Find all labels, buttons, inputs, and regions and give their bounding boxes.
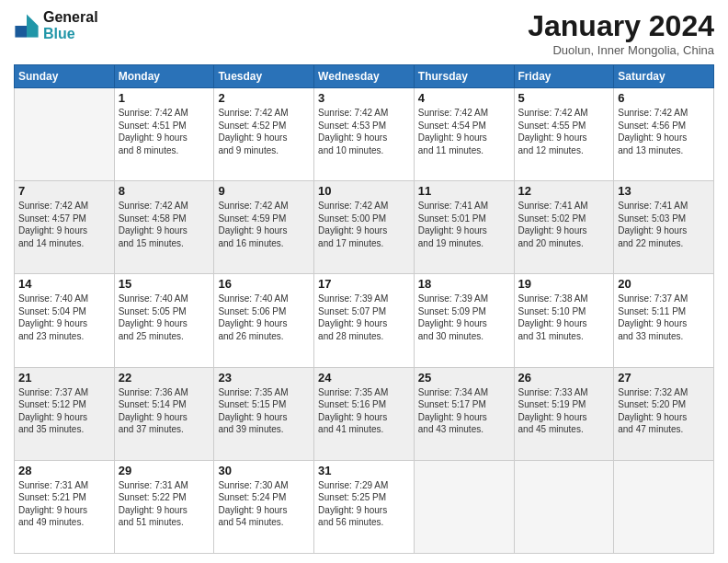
day-info: Sunrise: 7:33 AMSunset: 5:19 PMDaylight:… (518, 386, 610, 436)
month-title: January 2024 (528, 9, 714, 43)
calendar-cell: 14Sunrise: 7:40 AMSunset: 5:04 PMDayligh… (15, 274, 115, 367)
calendar-day-header: Sunday (15, 65, 115, 88)
svg-marker-1 (27, 26, 39, 38)
calendar-cell: 15Sunrise: 7:40 AMSunset: 5:05 PMDayligh… (114, 274, 214, 367)
calendar-cell: 26Sunrise: 7:33 AMSunset: 5:19 PMDayligh… (514, 367, 614, 460)
calendar-cell (514, 460, 614, 553)
day-number: 11 (418, 184, 510, 198)
calendar-cell: 22Sunrise: 7:36 AMSunset: 5:14 PMDayligh… (114, 367, 214, 460)
calendar-week-row: 7Sunrise: 7:42 AMSunset: 4:57 PMDaylight… (15, 181, 714, 274)
day-info: Sunrise: 7:30 AMSunset: 5:24 PMDaylight:… (218, 479, 310, 529)
day-info: Sunrise: 7:38 AMSunset: 5:10 PMDaylight:… (518, 293, 610, 342)
calendar-cell: 30Sunrise: 7:30 AMSunset: 5:24 PMDayligh… (214, 460, 314, 553)
day-info: Sunrise: 7:31 AMSunset: 5:22 PMDaylight:… (119, 479, 210, 529)
page: General Blue January 2024 Duolun, Inner … (0, 0, 728, 563)
day-number: 31 (318, 464, 410, 477)
calendar-cell: 21Sunrise: 7:37 AMSunset: 5:12 PMDayligh… (15, 367, 115, 460)
calendar-cell (414, 460, 514, 553)
day-info: Sunrise: 7:41 AMSunset: 5:02 PMDaylight:… (518, 200, 610, 249)
calendar-cell: 31Sunrise: 7:29 AMSunset: 5:25 PMDayligh… (314, 460, 415, 553)
calendar-table: SundayMondayTuesdayWednesdayThursdayFrid… (14, 64, 714, 554)
calendar-cell: 3Sunrise: 7:42 AMSunset: 4:53 PMDaylight… (314, 88, 415, 181)
day-info: Sunrise: 7:29 AMSunset: 5:25 PMDaylight:… (318, 479, 410, 529)
calendar-cell (614, 460, 714, 553)
day-number: 4 (418, 91, 510, 105)
day-info: Sunrise: 7:34 AMSunset: 5:17 PMDaylight:… (418, 386, 510, 436)
day-info: Sunrise: 7:42 AMSunset: 4:51 PMDaylight:… (119, 107, 210, 156)
calendar-cell: 13Sunrise: 7:41 AMSunset: 5:03 PMDayligh… (614, 181, 714, 274)
day-number: 10 (318, 184, 410, 198)
day-number: 9 (218, 184, 310, 198)
logo: General Blue (14, 9, 98, 42)
day-number: 12 (518, 184, 610, 198)
day-info: Sunrise: 7:41 AMSunset: 5:03 PMDaylight:… (618, 200, 710, 249)
day-number: 21 (18, 371, 110, 385)
day-info: Sunrise: 7:41 AMSunset: 5:01 PMDaylight:… (418, 200, 510, 249)
day-number: 19 (518, 277, 610, 291)
title-area: January 2024 Duolun, Inner Mongolia, Chi… (528, 9, 714, 57)
calendar-cell: 27Sunrise: 7:32 AMSunset: 5:20 PMDayligh… (614, 367, 714, 460)
calendar-cell: 16Sunrise: 7:40 AMSunset: 5:06 PMDayligh… (214, 274, 314, 367)
day-number: 20 (618, 277, 710, 291)
day-info: Sunrise: 7:31 AMSunset: 5:21 PMDaylight:… (18, 479, 110, 529)
calendar-cell: 9Sunrise: 7:42 AMSunset: 4:59 PMDaylight… (214, 181, 314, 274)
header: General Blue January 2024 Duolun, Inner … (14, 9, 714, 57)
calendar-cell: 12Sunrise: 7:41 AMSunset: 5:02 PMDayligh… (514, 181, 614, 274)
svg-marker-2 (15, 26, 27, 38)
day-number: 27 (618, 371, 710, 385)
day-number: 3 (318, 91, 410, 105)
calendar-cell: 8Sunrise: 7:42 AMSunset: 4:58 PMDaylight… (114, 181, 214, 274)
calendar-cell: 25Sunrise: 7:34 AMSunset: 5:17 PMDayligh… (414, 367, 514, 460)
day-number: 13 (618, 184, 710, 198)
day-info: Sunrise: 7:35 AMSunset: 5:15 PMDaylight:… (218, 386, 310, 436)
calendar-day-header: Wednesday (314, 65, 415, 88)
day-info: Sunrise: 7:37 AMSunset: 5:11 PMDaylight:… (618, 293, 710, 342)
calendar-day-header: Tuesday (214, 65, 314, 88)
day-number: 2 (218, 91, 310, 105)
calendar-week-row: 14Sunrise: 7:40 AMSunset: 5:04 PMDayligh… (15, 274, 714, 367)
day-info: Sunrise: 7:42 AMSunset: 4:58 PMDaylight:… (119, 200, 210, 249)
calendar-week-row: 28Sunrise: 7:31 AMSunset: 5:21 PMDayligh… (15, 460, 714, 553)
svg-marker-0 (27, 14, 39, 26)
calendar-week-row: 1Sunrise: 7:42 AMSunset: 4:51 PMDaylight… (15, 88, 714, 181)
day-info: Sunrise: 7:40 AMSunset: 5:05 PMDaylight:… (119, 293, 210, 342)
calendar-cell: 28Sunrise: 7:31 AMSunset: 5:21 PMDayligh… (15, 460, 115, 553)
day-info: Sunrise: 7:39 AMSunset: 5:07 PMDaylight:… (318, 293, 410, 342)
day-info: Sunrise: 7:40 AMSunset: 5:06 PMDaylight:… (218, 293, 310, 342)
day-number: 5 (518, 91, 610, 105)
day-info: Sunrise: 7:42 AMSunset: 4:56 PMDaylight:… (618, 107, 710, 156)
day-number: 25 (418, 371, 510, 385)
day-number: 6 (618, 91, 710, 105)
day-number: 28 (18, 464, 110, 477)
day-number: 8 (119, 184, 210, 198)
day-number: 7 (18, 184, 110, 198)
calendar-cell: 2Sunrise: 7:42 AMSunset: 4:52 PMDaylight… (214, 88, 314, 181)
calendar-cell: 20Sunrise: 7:37 AMSunset: 5:11 PMDayligh… (614, 274, 714, 367)
calendar-cell: 4Sunrise: 7:42 AMSunset: 4:54 PMDaylight… (414, 88, 514, 181)
calendar-day-header: Thursday (414, 65, 514, 88)
calendar-cell: 18Sunrise: 7:39 AMSunset: 5:09 PMDayligh… (414, 274, 514, 367)
calendar-week-row: 21Sunrise: 7:37 AMSunset: 5:12 PMDayligh… (15, 367, 714, 460)
day-number: 17 (318, 277, 410, 291)
day-number: 30 (218, 464, 310, 477)
calendar-cell: 19Sunrise: 7:38 AMSunset: 5:10 PMDayligh… (514, 274, 614, 367)
day-number: 26 (518, 371, 610, 385)
day-info: Sunrise: 7:42 AMSunset: 4:52 PMDaylight:… (218, 107, 310, 156)
day-info: Sunrise: 7:42 AMSunset: 4:53 PMDaylight:… (318, 107, 410, 156)
calendar-cell: 24Sunrise: 7:35 AMSunset: 5:16 PMDayligh… (314, 367, 415, 460)
calendar-cell (15, 88, 115, 181)
calendar-cell: 17Sunrise: 7:39 AMSunset: 5:07 PMDayligh… (314, 274, 415, 367)
calendar-cell: 10Sunrise: 7:42 AMSunset: 5:00 PMDayligh… (314, 181, 415, 274)
day-info: Sunrise: 7:42 AMSunset: 4:54 PMDaylight:… (418, 107, 510, 156)
calendar-cell: 1Sunrise: 7:42 AMSunset: 4:51 PMDaylight… (114, 88, 214, 181)
calendar-header-row: SundayMondayTuesdayWednesdayThursdayFrid… (15, 65, 714, 88)
calendar-cell: 6Sunrise: 7:42 AMSunset: 4:56 PMDaylight… (614, 88, 714, 181)
day-number: 1 (119, 91, 210, 105)
calendar-day-header: Saturday (614, 65, 714, 88)
calendar-cell: 7Sunrise: 7:42 AMSunset: 4:57 PMDaylight… (15, 181, 115, 274)
day-info: Sunrise: 7:36 AMSunset: 5:14 PMDaylight:… (119, 386, 210, 436)
calendar-cell: 29Sunrise: 7:31 AMSunset: 5:22 PMDayligh… (114, 460, 214, 553)
day-number: 23 (218, 371, 310, 385)
day-number: 14 (18, 277, 110, 291)
day-number: 18 (418, 277, 510, 291)
